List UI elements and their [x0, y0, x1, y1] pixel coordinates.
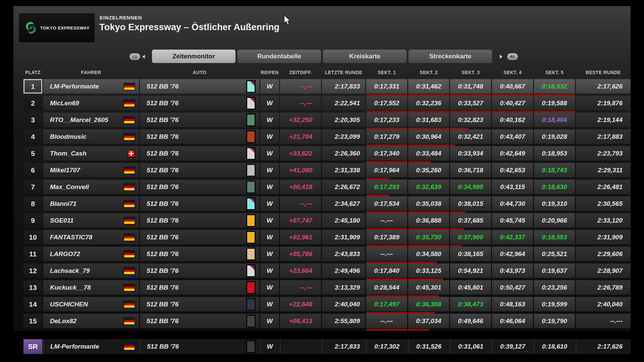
last-lap-cell: 2:45,180 — [322, 213, 365, 228]
driver-cell: FANTASTIC78 — [43, 230, 139, 244]
sector-time: 0:36,308 — [416, 301, 441, 308]
sector-5-cell: 0:19,637 — [534, 263, 575, 278]
sector-4-cell: 0:40,162 — [492, 113, 533, 127]
sector-4-cell: 0:44,730 — [492, 196, 533, 211]
livery-chip — [247, 298, 255, 310]
sector-3-cell: 0:49,646 — [450, 314, 491, 328]
rank-cell: 13 — [23, 280, 42, 295]
car-cell: 512 BB '76 — [140, 180, 259, 194]
column-header: SEKT. 2 — [408, 70, 449, 75]
column-header: ZEITDIFF. — [280, 70, 321, 75]
column-header: LETZTE RUNDE — [322, 70, 365, 75]
livery-chip — [247, 97, 255, 109]
tyre-cell: W — [260, 113, 279, 127]
sector-time: 0:45,745 — [500, 217, 525, 224]
tyre-cell: W — [260, 180, 279, 194]
chevron-right-icon[interactable] — [500, 55, 502, 59]
sector-4-cell: 0:46,064 — [492, 314, 533, 328]
sector-time: 0:42,337 — [500, 234, 525, 241]
driver-cell: MicLen69 — [43, 96, 139, 110]
sector-3-cell: 0:38,015 — [450, 196, 491, 211]
tyre-cell: W — [260, 129, 279, 144]
rank-cell: 8 — [23, 196, 42, 211]
sector-time: 0:33,527 — [458, 100, 483, 107]
driver-cell: Lachsack_79 — [43, 263, 139, 278]
sector-5-cell: 0:18,532 — [534, 79, 575, 94]
last-lap-cell: 2:31,909 — [322, 230, 365, 244]
track-logo: TOKYO EXPRESSWAY — [19, 13, 95, 42]
gap-cell: --,--- — [280, 96, 321, 110]
r1-shoulder-button[interactable]: R1 — [507, 53, 518, 60]
sector-3-cell: 0:45,801 — [450, 280, 491, 295]
tyre-cell: W — [260, 263, 279, 278]
sector-time: 0:19,637 — [542, 267, 567, 275]
sector-2-cell: 0:45,301 — [408, 280, 449, 295]
tyre-cell: W — [260, 79, 279, 94]
driver-cell: Mikel1707 — [43, 163, 139, 177]
driver-cell: LM-Performante — [43, 339, 139, 354]
gap-cell: +08,413 — [280, 314, 321, 328]
sector-4-cell: 0:40,667 — [492, 79, 533, 94]
driver-cell: SGE011 — [43, 213, 139, 228]
sector-time: 0:54,921 — [458, 267, 483, 275]
sector-time: 0:17,302 — [374, 343, 399, 350]
sector-time: 0:50,427 — [500, 284, 525, 291]
timing-screen: TOKYO EXPRESSWAY EINZELRENNEN Tokyo Expr… — [0, 0, 644, 362]
livery-chip — [247, 80, 255, 93]
sector-time: 0:49,646 — [458, 317, 483, 325]
sector-time: 0:34,580 — [416, 250, 441, 258]
car-cell: 512 BB '76 — [140, 297, 259, 311]
table-row: 1LM-Performante512 BB '76W--,---2:17,833… — [23, 79, 631, 94]
driver-name: Blanni71 — [50, 200, 76, 207]
tab-zeitenmonitor[interactable]: Zeitenmonitor — [152, 50, 235, 63]
sector-5-cell: 0:18,953 — [534, 146, 575, 161]
country-flag-icon — [124, 301, 135, 308]
last-lap-cell: 2:17,833 — [322, 339, 365, 354]
session-record-table-row: SRLM-Performante512 BB '76W2:17,8330:17,… — [23, 339, 631, 354]
driver-name: Bloodmusic — [50, 133, 87, 140]
table-row: 5Thom_Cash512 BB '76W+33,6222:26,3600:17… — [23, 146, 631, 161]
tyre-cell: W — [260, 230, 279, 244]
sector-time: 0:43,407 — [500, 133, 525, 140]
livery-chip — [247, 265, 255, 277]
sector-5-cell: 0:23,256 — [534, 280, 575, 295]
sector-time: 0:18,553 — [542, 234, 567, 241]
tab-streckenkarte[interactable]: Streckenkarte — [409, 50, 492, 63]
rank-cell: 11 — [23, 247, 42, 261]
sector-1-cell: 0:17,279 — [366, 129, 407, 144]
driver-name: Mikel1707 — [50, 167, 80, 174]
sector-1-cell: --.--- — [366, 314, 407, 328]
driver-cell: Max_Convell — [43, 180, 139, 194]
sector-2-cell: 0:31,683 — [408, 113, 449, 127]
driver-name: LM-Performante — [50, 83, 99, 90]
sector-time: 0:34,995 — [458, 183, 483, 191]
l1-shoulder-button[interactable]: L1 — [129, 53, 140, 60]
driver-name: RTO__Marcel_2605 — [50, 116, 108, 124]
tab-kreiskarte[interactable]: Kreiskarte — [323, 50, 407, 63]
car-name: 512 BB '76 — [147, 116, 178, 124]
sector-time: 0:36,718 — [458, 167, 483, 174]
sector-3-cell: 0:36,718 — [450, 163, 491, 177]
sector-time: 0:18,610 — [542, 343, 567, 350]
sector-5-cell: 0:19,790 — [534, 314, 575, 328]
table-row: 8Blanni71512 BB '76W--,---2:34,6270:17,5… — [23, 196, 631, 211]
rank-cell: 4 — [23, 129, 42, 144]
car-cell: 512 BB '76 — [140, 129, 259, 144]
sector-3-cell: 0:32,421 — [450, 129, 491, 144]
sector-time: 0:45,801 — [458, 284, 483, 291]
sector-time: 0:33,934 — [458, 150, 483, 157]
last-lap-cell: 2:22,541 — [322, 96, 365, 110]
tyre-cell: W — [260, 314, 279, 328]
gap-cell: +22,648 — [280, 297, 321, 311]
rank-cell: 7 — [23, 180, 42, 194]
car-name: 512 BB '76 — [147, 317, 178, 325]
sector-time: 0:40,667 — [500, 83, 525, 90]
tab-rundentabelle[interactable]: Rundentabelle — [237, 50, 321, 63]
chevron-left-icon[interactable] — [142, 55, 145, 59]
tyre-cell: W — [260, 96, 279, 110]
column-headers: PLATZFAHRERAUTOREIFENZEITDIFF.LETZTE RUN… — [23, 68, 631, 77]
driver-name: Thom_Cash — [50, 150, 87, 157]
sector-time: 0:38,165 — [458, 250, 483, 258]
livery-chip — [247, 131, 255, 143]
driver-cell: DeLox82 — [43, 314, 139, 328]
